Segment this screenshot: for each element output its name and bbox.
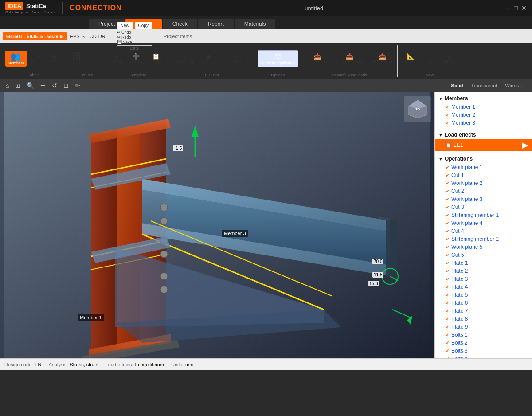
main-content: Member 3 Member 1 -1.5 70.0 11.5 15.6 3D… — [0, 92, 532, 358]
load-button[interactable]: ↓ Load — [422, 52, 438, 65]
tree-stiffening-member-1[interactable]: ✔ Stiffening member 1 — [435, 211, 532, 219]
tree-bolts-1[interactable]: ✔ Bolts 1 — [435, 331, 532, 339]
solid-view-button[interactable]: Solid — [448, 82, 467, 89]
redo-button[interactable]: ↪ Redo — [117, 35, 152, 39]
zoom-tool[interactable]: 🔍 — [25, 81, 36, 90]
loads-equilibrium-button[interactable]: ⚖ Loads in equilibrium — [258, 50, 298, 67]
code-cd[interactable]: CD — [90, 34, 97, 39]
save-button[interactable]: 💾 Save — [117, 40, 152, 44]
code-dr[interactable]: DR — [98, 34, 106, 39]
tree-plate-9[interactable]: ✔ Plate 9 — [435, 323, 532, 331]
window-controls[interactable]: ─ □ ✕ — [506, 4, 527, 12]
tree-plate-2[interactable]: ✔ Plate 2 — [435, 267, 532, 275]
home-tool[interactable]: ⌂ — [4, 81, 11, 90]
tree-cut-1[interactable]: ✔ Cut 1 — [435, 171, 532, 179]
project-id-badge[interactable]: 681501 - 683515 - 683985 — [3, 32, 67, 40]
connection-import-label: Connection Import — [333, 59, 366, 64]
select-tool[interactable]: ⊞ — [13, 81, 22, 90]
code-eps[interactable]: EPS — [70, 34, 80, 39]
tree-le1[interactable]: 📋 LE1 ▶ — [435, 139, 532, 151]
xls-export-icon: 📤 — [379, 53, 386, 59]
create-button[interactable]: ➕ Create — [128, 52, 144, 65]
lcs-button[interactable]: ⊕ LCS — [46, 52, 62, 65]
tree-work-plane-5[interactable]: ✔ Work plane 5 — [435, 243, 532, 251]
loads-equilibrium-label: Loads in equilibrium — [260, 61, 296, 65]
tree-work-plane-1[interactable]: ✔ Work plane 1 — [435, 163, 532, 171]
wireframe-view-button[interactable]: Wirefra... — [501, 82, 528, 89]
tree-cut-2[interactable]: ✔ Cut 2 — [435, 187, 532, 195]
tree-member1[interactable]: ✔ Member 1 — [435, 103, 532, 111]
viewport-3d[interactable]: Member 3 Member 1 -1.5 70.0 11.5 15.6 3D — [0, 92, 434, 358]
new-picture-button[interactable]: 🖼 New — [69, 51, 85, 67]
members-tree-header[interactable]: ▼ Members — [435, 94, 532, 103]
manager-button[interactable]: 📋 Manager — [146, 52, 166, 65]
xls-import-button[interactable]: 📥 XLS Import — [305, 52, 329, 65]
overall-check-icon: ✔ — [234, 53, 239, 59]
tree-bolts-3[interactable]: ✔ Bolts 3 — [435, 347, 532, 355]
toolbar: ⌂ ⊞ 🔍 ✛ ↺ ⊞ ✏ Solid Transparent Wirefra.… — [0, 79, 532, 92]
overall-check-button[interactable]: ✔ Overall check — [222, 52, 251, 65]
tree-work-plane-2[interactable]: ✔ Work plane 2 — [435, 179, 532, 187]
tree-plate-8[interactable]: ✔ Plate 8 — [435, 315, 532, 323]
members-label: Members — [8, 61, 24, 65]
units-label: Units: — [171, 362, 184, 367]
transparent-view-button[interactable]: Transparent — [467, 82, 501, 89]
load-effects-item: Load effects: In equilibrium — [106, 362, 164, 367]
tree-plate-6[interactable]: ✔ Plate 6 — [435, 299, 532, 307]
member-label: Member — [403, 59, 418, 64]
svg-text:3D: 3D — [415, 107, 420, 111]
rotate-tool[interactable]: ↺ — [50, 81, 59, 90]
undo-button[interactable]: ↩ Undo — [117, 30, 152, 35]
tree-plate-1[interactable]: ✔ Plate 1 — [435, 259, 532, 267]
tree-bolts-2[interactable]: ✔ Bolts 2 — [435, 339, 532, 347]
plates-button[interactable]: ▭ Plates — [28, 52, 44, 65]
svg-point-21 — [160, 251, 168, 258]
copy-button[interactable]: Copy — [135, 22, 152, 29]
ribbon-group-template: ✔ Apply ➕ Create 📋 Manager Template — [107, 45, 169, 77]
tree-plate-5[interactable]: ✔ Plate 5 — [435, 291, 532, 299]
new-button[interactable]: New — [117, 22, 133, 29]
create-icon: ➕ — [132, 53, 140, 59]
tree-plate-4[interactable]: ✔ Plate 4 — [435, 283, 532, 291]
gallery-button[interactable]: 🗂 Gallery — [86, 51, 104, 67]
cbfem-group-label: CBFEM — [173, 73, 251, 77]
ribbon-group-new: 📐 Member ↓ Load ⚙ Opera... New — [399, 45, 462, 77]
tree-plate-7[interactable]: ✔ Plate 7 — [435, 307, 532, 315]
options-group-label: Options — [258, 73, 298, 77]
members-button[interactable]: 👥 Members — [5, 51, 27, 67]
new-picture-label: New — [73, 61, 81, 65]
load-effects-tree-header[interactable]: ▼ Load effects — [435, 130, 532, 139]
code-setup-button[interactable]: ⚙ Code setup — [173, 52, 198, 65]
tree-work-plane-3[interactable]: ✔ Work plane 3 — [435, 195, 532, 203]
tree-work-plane-4[interactable]: ✔ Work plane 4 — [435, 219, 532, 227]
units-value: mm — [185, 362, 193, 367]
code-st[interactable]: ST — [82, 34, 88, 39]
members-tree-section: ▼ Members ✔ Member 1 ✔ Member 2 ✔ Member… — [435, 92, 532, 129]
tree-stiffening-member-2[interactable]: ✔ Stiffening member 2 — [435, 235, 532, 243]
tree-cut-4[interactable]: ✔ Cut 4 — [435, 227, 532, 235]
tree-cut-5[interactable]: ✔ Cut 5 — [435, 251, 532, 259]
minimize-button[interactable]: ─ — [506, 4, 511, 12]
lcs-icon: ⊕ — [51, 53, 57, 59]
load-effects-arrow: ▼ — [438, 133, 443, 137]
navigation-cube[interactable]: 3D — [404, 96, 431, 122]
tree-plate-3[interactable]: ✔ Plate 3 — [435, 275, 532, 283]
tree-cut-3[interactable]: ✔ Cut 3 — [435, 203, 532, 211]
members-icon: 👥 — [10, 52, 21, 61]
member-button[interactable]: 📐 Member — [401, 52, 420, 65]
opera-button[interactable]: ⚙ Opera... — [440, 52, 459, 65]
calculate-button[interactable]: ▶ Calculate — [200, 52, 221, 65]
design-code-label: Design code: — [4, 362, 33, 367]
apply-button[interactable]: ✔ Apply — [110, 52, 126, 65]
connection-import-button[interactable]: 📥 Connection Import — [331, 52, 368, 65]
tree-member2[interactable]: ✔ Member 2 — [435, 111, 532, 119]
close-button[interactable]: ✕ — [521, 4, 527, 12]
maximize-button[interactable]: □ — [514, 4, 518, 12]
draw-tool[interactable]: ✏ — [73, 81, 82, 90]
fit-tool[interactable]: ⊞ — [62, 81, 70, 90]
tree-member3[interactable]: ✔ Member 3 — [435, 119, 532, 127]
xls-export-button[interactable]: 📤 XLS Export — [370, 52, 395, 65]
pan-tool[interactable]: ✛ — [39, 81, 47, 90]
operations-tree-header[interactable]: ▼ Operations — [435, 154, 532, 163]
tree-bolts-4[interactable]: ✔ Bolts 4 — [435, 355, 532, 358]
